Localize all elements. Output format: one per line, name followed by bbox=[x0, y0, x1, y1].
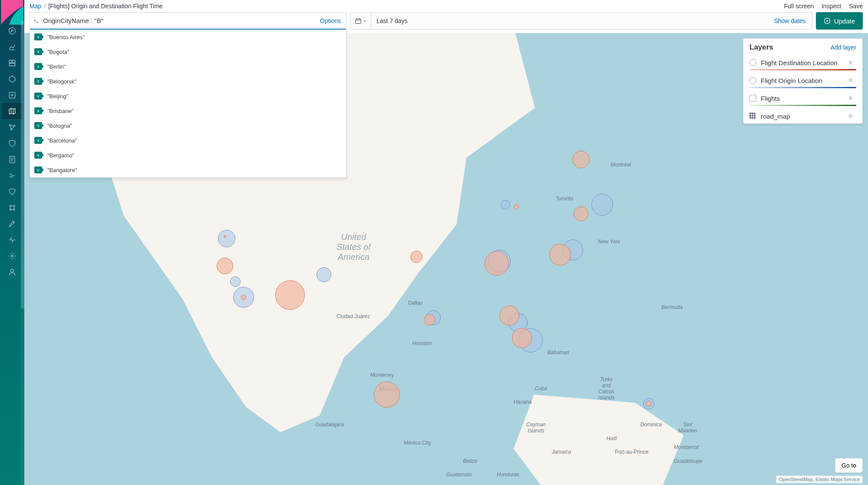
breadcrumb: Map / [Flights] Origin and Destination F… bbox=[30, 3, 780, 10]
origin-bubble[interactable] bbox=[218, 230, 235, 247]
layer-row[interactable]: Flights ≡ bbox=[749, 91, 856, 103]
nav-visualize[interactable] bbox=[2, 39, 23, 55]
dest-bubble[interactable] bbox=[572, 151, 590, 168]
svg-point-14 bbox=[11, 255, 13, 257]
nav-graph[interactable] bbox=[2, 119, 23, 135]
dest-bubble[interactable] bbox=[374, 382, 400, 408]
map-label: Toronto bbox=[556, 196, 573, 202]
nav-canvas[interactable] bbox=[2, 71, 23, 87]
map-label: Honduras bbox=[497, 472, 519, 478]
svg-rect-16 bbox=[356, 19, 361, 23]
dest-bubble[interactable] bbox=[549, 244, 571, 266]
nav-ml[interactable] bbox=[2, 87, 23, 103]
autocomplete-value: "Buenos Aires" bbox=[47, 34, 85, 40]
autocomplete-item[interactable]: v"Berlin" bbox=[30, 59, 346, 74]
autocomplete-item[interactable]: v"Bologna" bbox=[30, 118, 346, 133]
update-button[interactable]: Update bbox=[816, 12, 863, 30]
nav-management[interactable] bbox=[2, 248, 23, 264]
main-area: Map / [Flights] Origin and Destination F… bbox=[24, 0, 868, 485]
map-label: Monterrey bbox=[370, 372, 394, 378]
dest-bubble[interactable] bbox=[241, 295, 246, 300]
go-to-button[interactable]: Go to bbox=[835, 458, 863, 473]
layer-row[interactable]: Flight Origin Location ≡ bbox=[749, 73, 856, 85]
dest-bubble[interactable] bbox=[485, 251, 509, 276]
nav-monitoring[interactable] bbox=[2, 232, 23, 248]
map-label: Havana bbox=[514, 399, 531, 405]
dest-bubble[interactable] bbox=[512, 328, 532, 348]
search-input[interactable] bbox=[42, 17, 315, 25]
nav-apm[interactable] bbox=[2, 167, 23, 183]
dest-bubble[interactable] bbox=[424, 314, 435, 326]
autocomplete-item[interactable]: v"Barcelona" bbox=[30, 133, 346, 148]
value-badge-icon: v bbox=[34, 33, 42, 40]
dest-bubble[interactable] bbox=[275, 280, 305, 310]
fullscreen-button[interactable]: Full screen bbox=[784, 3, 813, 10]
autocomplete-value: "Brisbane" bbox=[47, 108, 74, 114]
value-badge-icon: v bbox=[34, 78, 42, 85]
origin-bubble[interactable] bbox=[591, 194, 613, 216]
page-header: Map / [Flights] Origin and Destination F… bbox=[24, 0, 868, 10]
autocomplete-item[interactable]: v"Beijing" bbox=[30, 89, 346, 103]
layer-visibility-icon[interactable] bbox=[749, 95, 756, 102]
save-button[interactable]: Save bbox=[849, 3, 863, 10]
dest-bubble[interactable] bbox=[499, 306, 519, 326]
origin-bubble[interactable] bbox=[317, 267, 331, 282]
search-wrapper: Options v"Buenos Aires" v"Bogota" v"Berl… bbox=[30, 12, 347, 30]
header-actions: Full screen Inspect Save bbox=[784, 3, 863, 10]
nav-uptime[interactable] bbox=[2, 183, 23, 199]
nav-maps[interactable] bbox=[2, 103, 23, 119]
nav-devtools[interactable] bbox=[2, 216, 23, 232]
calendar-icon[interactable] bbox=[350, 13, 371, 29]
nav-account[interactable] bbox=[2, 264, 23, 280]
sidebar-scrollbar-thumb[interactable] bbox=[21, 21, 24, 309]
dest-bubble[interactable] bbox=[646, 401, 652, 407]
layer-visibility-icon[interactable] bbox=[749, 59, 756, 66]
layer-more-icon[interactable]: ≡ bbox=[848, 76, 856, 84]
play-icon bbox=[824, 17, 831, 24]
show-dates-link[interactable]: Show dates bbox=[768, 17, 812, 24]
autocomplete-value: "Barcelona" bbox=[47, 137, 77, 144]
add-layer-link[interactable]: Add layer bbox=[831, 44, 856, 51]
layer-visibility-icon[interactable] bbox=[749, 77, 756, 84]
map-label: Guadalajara bbox=[315, 422, 343, 428]
breadcrumb-root[interactable]: Map bbox=[30, 3, 41, 10]
kibana-logo[interactable] bbox=[0, 0, 24, 21]
dest-bubble[interactable] bbox=[514, 204, 519, 209]
sidebar-scrollbar-track[interactable] bbox=[21, 21, 24, 485]
nav-logs[interactable] bbox=[2, 151, 23, 167]
nav-siem[interactable] bbox=[2, 135, 23, 151]
nav-infra[interactable] bbox=[2, 199, 23, 216]
origin-bubble[interactable] bbox=[230, 276, 241, 287]
dest-bubble[interactable] bbox=[224, 235, 226, 238]
nav-dashboard[interactable] bbox=[2, 55, 23, 71]
layer-row[interactable]: Flight Destination Location ≡ bbox=[749, 55, 856, 67]
autocomplete-item[interactable]: v"Brisbane" bbox=[30, 103, 346, 118]
dest-bubble[interactable] bbox=[410, 251, 422, 263]
layer-more-icon[interactable]: ≡ bbox=[848, 112, 856, 120]
autocomplete-item[interactable]: v"Bogota" bbox=[30, 44, 346, 59]
dest-bubble[interactable] bbox=[574, 206, 588, 221]
map-label: TurksandCaicosIslands bbox=[598, 376, 614, 401]
layer-more-icon[interactable]: ≡ bbox=[848, 59, 856, 66]
autocomplete-item[interactable]: v"Bergamo" bbox=[30, 148, 346, 163]
date-range-picker[interactable]: Last 7 days Show dates bbox=[350, 12, 812, 30]
search-box[interactable]: Options bbox=[30, 12, 347, 30]
inspect-button[interactable]: Inspect bbox=[822, 3, 841, 10]
autocomplete-item[interactable]: v"Bangalore" bbox=[30, 163, 346, 177]
svg-point-15 bbox=[11, 269, 14, 272]
autocomplete-value: "Bergamo" bbox=[47, 152, 74, 159]
svg-rect-3 bbox=[9, 63, 15, 66]
layer-more-icon[interactable]: ≡ bbox=[848, 94, 856, 102]
query-bar: Options v"Buenos Aires" v"Bogota" v"Berl… bbox=[24, 10, 868, 33]
autocomplete-value: "Berlin" bbox=[47, 63, 66, 70]
layer-row[interactable]: road_map ≡ bbox=[749, 109, 856, 121]
nav-discover[interactable] bbox=[2, 23, 23, 39]
autocomplete-item[interactable]: v"Belogorsk" bbox=[30, 74, 346, 89]
search-options[interactable]: Options bbox=[315, 17, 346, 24]
autocomplete-item[interactable]: v"Buenos Aires" bbox=[30, 30, 346, 44]
dest-bubble[interactable] bbox=[217, 258, 233, 274]
breadcrumb-current: [Flights] Origin and Destination Flight … bbox=[48, 3, 163, 10]
map-label: Cuba bbox=[535, 385, 548, 392]
origin-bubble[interactable] bbox=[501, 200, 510, 209]
layers-panel: Layers Add layer Flight Destination Loca… bbox=[743, 38, 863, 124]
